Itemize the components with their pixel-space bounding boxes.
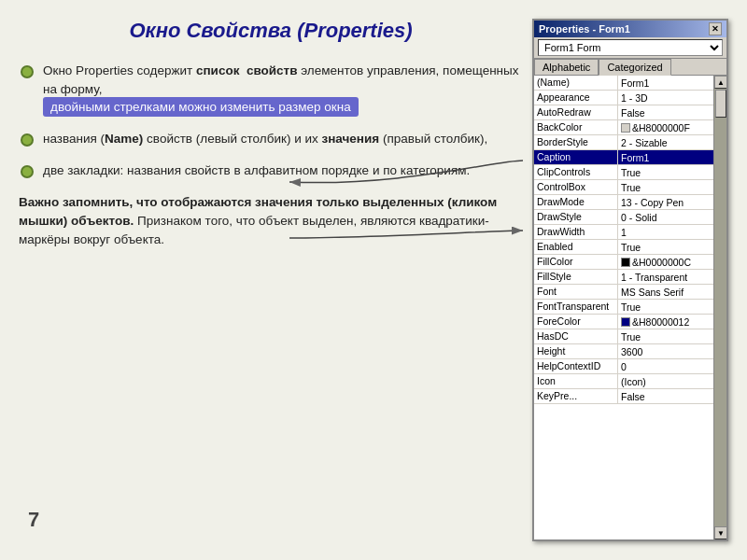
prop-value-icon: (Icon) [618, 374, 713, 388]
svg-point-3 [22, 135, 32, 145]
tab-categorized[interactable]: Categorized [599, 59, 670, 76]
prop-name-fillcolor: FillColor [534, 255, 618, 269]
svg-point-5 [22, 167, 32, 176]
props-row-name[interactable]: (Name) Form1 [534, 76, 713, 91]
prop-value-drawmode: 13 - Copy Pen [618, 195, 713, 209]
prop-value-borderstyle: 2 - Sizable [618, 135, 713, 149]
props-form-select[interactable]: Form1 Form [538, 39, 723, 56]
props-row-forecolor[interactable]: ForeColor &H80000012 [534, 315, 713, 329]
props-row-borderstyle[interactable]: BorderStyle 2 - Sizable [534, 135, 713, 150]
prop-name-clipcontrols: ClipControls [534, 165, 618, 179]
page-number: 7 [28, 508, 39, 532]
prop-value-backcolor: &H8000000F [618, 120, 713, 134]
bullet-text-1: Окно Properties содержит список свойств … [43, 62, 523, 117]
bullet-item-2: названия (Name) свойств (левый столбик) … [19, 130, 523, 148]
prop-name-autoredraw: AutoRedraw [534, 105, 618, 119]
prop-value-height: 3600 [618, 344, 713, 358]
prop-value-keypre: False [618, 389, 713, 403]
prop-value-clipcontrols: True [618, 165, 713, 179]
prop-value-drawstyle: 0 - Solid [618, 210, 713, 224]
prop-name-controlbox: ControlBox [534, 180, 618, 194]
props-row-icon[interactable]: Icon (Icon) [534, 374, 713, 389]
prop-name-enabled: Enabled [534, 240, 618, 254]
prop-name-helpcontextid: HelpContextID [534, 359, 618, 373]
prop-value-appearance: 1 - 3D [618, 91, 713, 105]
prop-name-font: Font [534, 285, 618, 299]
page-title: Окно Свойства (Properties) [19, 19, 523, 43]
prop-value-forecolor: &H80000012 [618, 315, 713, 329]
prop-value-caption: Form1 [618, 150, 713, 164]
svg-point-1 [22, 67, 32, 77]
props-scrollbar[interactable]: ▲ ▼ [713, 76, 726, 539]
props-row-drawmode[interactable]: DrawMode 13 - Copy Pen [534, 195, 713, 210]
props-row-clipcontrols[interactable]: ClipControls True [534, 165, 713, 180]
prop-value-enabled: True [618, 240, 713, 254]
props-row-autoredraw[interactable]: AutoRedraw False [534, 105, 713, 120]
props-table-wrapper: (Name) Form1 Appearance 1 - 3D AutoRedra… [534, 76, 726, 539]
prop-name-fonttransparent: FontTransparent [534, 300, 618, 314]
props-row-caption[interactable]: Caption Form1 [534, 150, 713, 165]
highlight-bar: двойными стрелками можно изменить размер… [43, 97, 359, 117]
bullet-text-2: названия (Name) свойств (левый столбик) … [43, 130, 523, 148]
bullet-icon-3 [19, 163, 35, 180]
prop-value-name: Form1 [618, 76, 713, 90]
prop-value-fillcolor: &H0000000C [618, 255, 713, 269]
props-row-keypre[interactable]: KeyPre... False [534, 389, 713, 404]
important-block: Важно запомнить, что отображаются значен… [19, 193, 523, 250]
fillcolor-swatch [621, 258, 630, 267]
prop-name-height: Height [534, 344, 618, 358]
bullet-icon-1 [19, 63, 35, 80]
prop-name-forecolor: ForeColor [534, 315, 618, 329]
prop-name-icon: Icon [534, 374, 618, 388]
props-row-height[interactable]: Height 3600 [534, 344, 713, 359]
scroll-track [714, 89, 726, 526]
props-close-button[interactable]: ✕ [709, 22, 722, 35]
props-row-drawwidth[interactable]: DrawWidth 1 [534, 225, 713, 240]
scroll-up-button[interactable]: ▲ [714, 76, 726, 89]
prop-name-backcolor: BackColor [534, 120, 618, 134]
prop-value-hasdc: True [618, 329, 713, 343]
props-row-fillcolor[interactable]: FillColor &H0000000C [534, 255, 713, 270]
prop-name-drawstyle: DrawStyle [534, 210, 618, 224]
prop-name-drawmode: DrawMode [534, 195, 618, 209]
prop-value-font: MS Sans Serif [618, 285, 713, 299]
props-row-hasdc[interactable]: HasDC True [534, 329, 713, 344]
props-title: Properties - Form1 [539, 23, 630, 35]
props-row-appearance[interactable]: Appearance 1 - 3D [534, 91, 713, 105]
bullet-item-1: Окно Properties содержит список свойств … [19, 62, 523, 117]
prop-value-autoredraw: False [618, 105, 713, 119]
props-tabs: Alphabetic Categorized [534, 59, 726, 76]
properties-window: Properties - Form1 ✕ Form1 Form Alphabet… [532, 19, 728, 541]
prop-value-fonttransparent: True [618, 300, 713, 314]
prop-value-controlbox: True [618, 180, 713, 194]
bullet-text-3: две закладки: названия свойств в алфавит… [43, 161, 523, 180]
prop-name-drawwidth: DrawWidth [534, 225, 618, 239]
forecolor-swatch [621, 317, 630, 327]
prop-value-helpcontextid: 0 [618, 359, 713, 373]
backcolor-swatch [621, 123, 630, 133]
prop-value-fillstyle: 1 - Transparent [618, 270, 713, 284]
props-row-fonttransparent[interactable]: FontTransparent True [534, 300, 713, 315]
prop-name-borderstyle: BorderStyle [534, 135, 618, 149]
props-row-helpcontextid[interactable]: HelpContextID 0 [534, 359, 713, 374]
props-titlebar: Properties - Form1 ✕ [534, 21, 726, 37]
bullet-icon-2 [19, 132, 35, 148]
prop-name-name: (Name) [534, 76, 618, 90]
prop-name-caption: Caption [534, 150, 618, 164]
prop-name-hasdc: HasDC [534, 329, 618, 343]
prop-name-fillstyle: FillStyle [534, 270, 618, 284]
props-form-header: Form1 Form [534, 37, 726, 59]
props-row-controlbox[interactable]: ControlBox True [534, 180, 713, 195]
props-row-drawstyle[interactable]: DrawStyle 0 - Solid [534, 210, 713, 225]
props-row-enabled[interactable]: Enabled True [534, 240, 713, 255]
props-row-fillstyle[interactable]: FillStyle 1 - Transparent [534, 270, 713, 285]
props-row-backcolor[interactable]: BackColor &H8000000F [534, 120, 713, 135]
props-row-font[interactable]: Font MS Sans Serif [534, 285, 713, 300]
scroll-down-button[interactable]: ▼ [714, 526, 726, 539]
tab-alphabetic[interactable]: Alphabetic [534, 59, 599, 75]
properties-panel: Properties - Form1 ✕ Form1 Form Alphabet… [532, 19, 728, 541]
scroll-thumb[interactable] [715, 90, 726, 118]
prop-value-drawwidth: 1 [618, 225, 713, 239]
props-table: (Name) Form1 Appearance 1 - 3D AutoRedra… [534, 76, 713, 539]
prop-name-appearance: Appearance [534, 91, 618, 105]
